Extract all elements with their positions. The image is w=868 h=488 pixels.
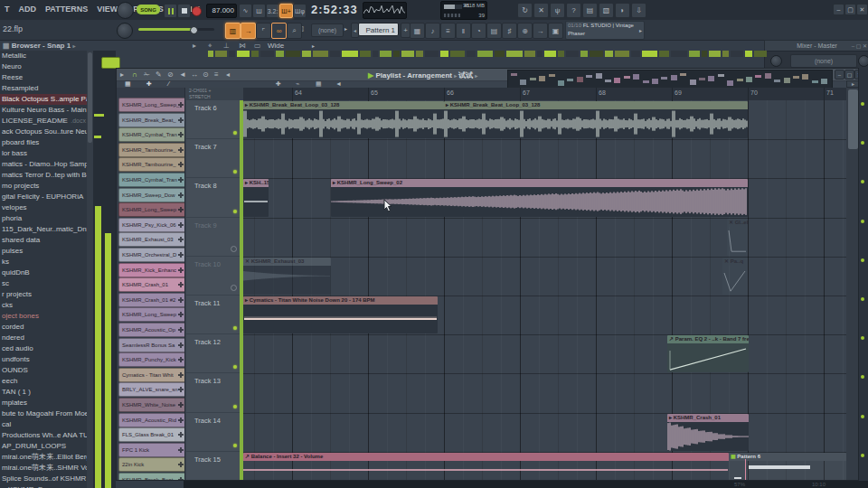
- picker-item[interactable]: KSHMR_Orchestral_D: [118, 248, 185, 262]
- sidebar-item[interactable]: ndered: [0, 333, 87, 343]
- link-mode-button-2[interactable]: ⌜: [256, 23, 271, 39]
- panel-toggle-button-2[interactable]: ≡: [440, 23, 456, 39]
- playlist-timeline[interactable]: 6465666768697071: [243, 88, 846, 101]
- picker-item[interactable]: KSHMR_Long_Sweep: [118, 202, 185, 217]
- menu-item-t[interactable]: T: [0, 0, 14, 18]
- sidebar-item[interactable]: mo projects: [0, 181, 87, 192]
- playlist-clip[interactable]: ▸ KSHMR_Crash_01: [667, 414, 749, 451]
- playlist-overview-strip[interactable]: [507, 70, 833, 89]
- mixer-window-buttons[interactable]: – ▢ ✕: [852, 42, 867, 49]
- panel-toggle-button-5[interactable]: ▤: [486, 23, 502, 39]
- playlist-tool-icon-7[interactable]: ⊙: [203, 70, 209, 79]
- sidebar-item[interactable]: Kulture Neuro Bass - Main Cover: [0, 105, 87, 116]
- link-mode-button-1[interactable]: →: [241, 23, 256, 39]
- clip-tool-icon-2[interactable]: ▦: [316, 80, 322, 88]
- transport-tool-icon-1[interactable]: ✕: [533, 3, 549, 18]
- sidebar-item[interactable]: 115_Dark_Neur..matic_DnB_Vol_2: [0, 224, 87, 235]
- picker-item[interactable]: KSHMR_Psy_Kick_06: [118, 218, 185, 232]
- sidebar-item[interactable]: TAN ( 1 ): [0, 387, 87, 398]
- close-button[interactable]: ✕: [856, 4, 868, 15]
- track-header[interactable]: Track 11: [186, 296, 240, 334]
- playlist-clip[interactable]: ↗ Param. EQ 2 - ..k - Band 7 freq: [667, 335, 749, 372]
- mixer-knob[interactable]: [858, 55, 868, 67]
- playlist-vscrollbar[interactable]: [846, 88, 859, 481]
- track-enable-led[interactable]: [233, 210, 237, 213]
- picker-item[interactable]: KSHMR_Cymbal_Tran: [118, 173, 185, 187]
- transport-mode-icon-1[interactable]: Ш: [252, 4, 266, 18]
- sidebar-item[interactable]: mirai.one萌未来..SHMR Vol.3: [0, 463, 87, 474]
- song-mode-toggle[interactable]: SONG: [137, 5, 160, 14]
- track-header[interactable]: Track 12: [186, 334, 240, 373]
- track-header[interactable]: Track 10: [186, 257, 240, 296]
- sidebar-item[interactable]: ced audio: [0, 343, 87, 354]
- picker-item[interactable]: KSHMR_White_Noise: [118, 398, 185, 412]
- picker-item[interactable]: KSHMR_Tambourine_: [118, 143, 185, 157]
- track-clock-icon[interactable]: [231, 246, 237, 252]
- picker-item[interactable]: KSHMR_Break_Beat_: [118, 113, 185, 127]
- sidebar-item[interactable]: Productions Wh..e ANA TUTORIAL: [0, 430, 87, 441]
- clip-tool-icon-1[interactable]: ⌁: [296, 80, 299, 88]
- play-button[interactable]: [164, 4, 177, 18]
- view-toolbar-icon-4[interactable]: ▭: [254, 42, 261, 50]
- main-volume-knob[interactable]: [117, 2, 134, 19]
- transport-mode-icon-4[interactable]: Шφ: [293, 4, 307, 18]
- picker-item[interactable]: KSHMR_Cymbal_Tran: [118, 127, 185, 142]
- menu-item-patterns[interactable]: PATTERNS: [41, 0, 92, 18]
- panel-toggle-button-7[interactable]: ⊕: [517, 23, 533, 39]
- sidebar-item[interactable]: mirai.one萌未来..Elliot Berger: [0, 452, 87, 463]
- wide-view-toggle[interactable]: Wide: [268, 42, 284, 50]
- sidebar-item[interactable]: cal: [0, 419, 87, 430]
- track-header[interactable]: Track 7: [186, 139, 240, 178]
- sidebar-item[interactable]: sc: [0, 278, 87, 289]
- sidebar-item[interactable]: g KSHMR_Drums: [0, 484, 87, 488]
- picker-item[interactable]: SeamlessR Bonus Sa: [118, 338, 185, 352]
- transport-mode-icon-0[interactable]: ∿: [239, 4, 252, 18]
- sidebar-item[interactable]: Reese: [0, 72, 87, 83]
- track-header[interactable]: Track 6: [186, 100, 240, 139]
- sidebar-item[interactable]: AP_DRUM_LOOPS: [0, 441, 87, 452]
- picker-item[interactable]: KSHMR_Punchy_Kick: [118, 352, 185, 367]
- playlist-tool-icon-8[interactable]: ≡: [214, 70, 219, 79]
- track-header[interactable]: Track 14: [186, 413, 240, 452]
- chevron-right-icon[interactable]: ▸: [344, 25, 347, 32]
- chevron-right-icon[interactable]: ▸: [639, 27, 642, 33]
- clip-tool-icon-3[interactable]: ◄: [335, 80, 342, 87]
- sidebar-item[interactable]: velopes: [0, 202, 87, 213]
- picker-tab-0[interactable]: ▦: [125, 80, 131, 88]
- panel-toggle-button-9[interactable]: ▣: [548, 23, 563, 39]
- playlist-clip[interactable]: ▸ KSHMR_Break_Beat_Loop_03_128: [444, 101, 748, 138]
- sidebar-item[interactable]: LICENSE_README.docx: [0, 116, 87, 127]
- sidebar-item[interactable]: ks: [0, 257, 87, 267]
- playlist-clip[interactable]: ▸ KSH..15: [243, 179, 269, 216]
- record-button[interactable]: [192, 6, 202, 16]
- link-mode-button-0[interactable]: ▥: [225, 23, 241, 39]
- playlist-tool-icon-9[interactable]: ◂: [226, 70, 230, 79]
- browser-scrollbar[interactable]: [87, 51, 93, 488]
- playlist-tool-icon-6[interactable]: ↔: [191, 70, 198, 79]
- sidebar-item[interactable]: undfonts: [0, 354, 87, 365]
- restore-button[interactable]: ▢: [844, 4, 856, 15]
- playlist-grid[interactable]: ▸ KSHMR_Break_Beat_Loop_03_128▸ KSHMR_Br…: [243, 100, 846, 481]
- playlist-minimize-button[interactable]: –: [835, 70, 844, 80]
- sidebar-item[interactable]: OUNDS: [0, 365, 87, 376]
- playlist-tool-icon-3[interactable]: ✎: [156, 70, 162, 79]
- pattern-selector[interactable]: Pattern 1: [358, 23, 399, 36]
- sidebar-item[interactable]: Splice Sounds..of KSHMR Vol.3: [0, 474, 87, 484]
- picker-item[interactable]: FPC 1 Kick: [118, 443, 185, 457]
- picker-item[interactable]: BRLY_ALVE_snare_sn: [118, 382, 185, 397]
- transport-tool-icon-7[interactable]: ⇩: [631, 3, 646, 18]
- link-mode-button-4[interactable]: ⌕: [287, 23, 302, 39]
- playlist-tool-icon-0[interactable]: ▸: [120, 70, 124, 79]
- picker-item[interactable]: KSHMR_Long_Sweep: [118, 307, 185, 322]
- sidebar-item[interactable]: mplates: [0, 398, 87, 408]
- scrollbar-thumb[interactable]: [848, 89, 858, 149]
- playlist-tool-icon-4[interactable]: ⊘: [167, 70, 174, 79]
- sidebar-item[interactable]: lor bass: [0, 148, 87, 159]
- sidebar-item[interactable]: matics - Diamo..Hop Sample Pack: [0, 159, 87, 170]
- link-mode-button-3[interactable]: ∞: [271, 23, 287, 39]
- stretch-selector[interactable]: STRETCH: [186, 94, 243, 99]
- sidebar-item[interactable]: eech: [0, 376, 87, 387]
- arrangement-name[interactable]: 试试: [458, 71, 473, 80]
- sidebar-item[interactable]: gital Felicity - EUPHORiA: [0, 192, 87, 202]
- playlist-clip[interactable]: ▦ Pattern 6: [729, 453, 846, 481]
